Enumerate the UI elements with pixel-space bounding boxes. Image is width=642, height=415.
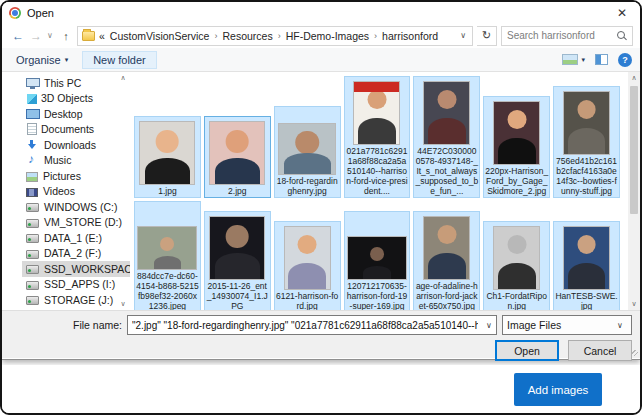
cancel-button[interactable]: Cancel: [568, 340, 632, 361]
file-name-text: 44E72C0300000578-4937148-_It_s_not_alway…: [415, 146, 478, 196]
open-file-dialog: Open ✕ ← → ∨ ↑ « CustomVisionService › R…: [2, 2, 640, 360]
file-name-text: 2015-11-26_ent_14930074_I1.JPG: [206, 281, 269, 310]
sidebar-item-storage-j-[interactable]: STORAGE (J:): [22, 292, 130, 308]
file-item[interactable]: age-of-adaline-harrison-ford-jacket-650x…: [413, 211, 480, 310]
sidebar-item-label: Music: [44, 154, 71, 166]
scroll-up-icon[interactable]: ∧: [631, 72, 636, 84]
file-item[interactable]: 2015-11-26_ent_14930074_I1.JPG: [204, 211, 271, 310]
chevron-down-icon[interactable]: ∨: [482, 321, 496, 330]
sidebar-item-music[interactable]: Music: [22, 153, 130, 169]
scroll-up-icon[interactable]: ∧: [120, 74, 125, 82]
file-name-text: 6121-harrison-ford.jpg: [276, 291, 339, 310]
breadcrumb-item[interactable]: Resources: [222, 30, 272, 42]
breadcrumb-item[interactable]: HF-Demo-Images: [286, 30, 369, 42]
sidebar-item-label: STORAGE (J:): [44, 294, 113, 306]
sidebar-item-label: Documents: [41, 123, 94, 135]
file-name-text: 18-ford-regardinghenry.jpg: [276, 176, 339, 196]
sidebar-item-pictures[interactable]: Pictures: [22, 168, 130, 184]
sidebar-item-windows-c-[interactable]: WINDOWS (C:): [22, 199, 130, 215]
person-body-shape: [428, 253, 466, 280]
scrollbar-thumb[interactable]: [630, 86, 638, 214]
sidebar-item-vm-store-d-[interactable]: VM_STORE (D:): [22, 215, 130, 231]
file-item[interactable]: 220px-Harrison_Ford_by_Gage_Skidmore_2.j…: [483, 96, 550, 198]
sidebar-item-videos[interactable]: Videos: [22, 184, 130, 200]
file-item[interactable]: 1.jpg: [134, 116, 201, 198]
close-icon[interactable]: ✕: [611, 6, 633, 20]
scroll-down-icon[interactable]: ∨: [631, 298, 636, 310]
person-body-shape: [498, 263, 536, 290]
sidebar-item-data-2-f-[interactable]: DATA_2 (F:): [22, 246, 130, 262]
sidebar-item-documents[interactable]: Documents: [22, 122, 130, 138]
person-head-shape: [577, 100, 596, 119]
recent-locations-chevron-icon[interactable]: ∨: [47, 31, 55, 40]
help-icon[interactable]: ?: [618, 53, 632, 67]
add-images-button[interactable]: Add images: [514, 373, 602, 406]
address-bar[interactable]: « CustomVisionService › Resources › HF-D…: [77, 26, 473, 46]
refresh-icon[interactable]: ↻: [477, 26, 497, 46]
person-body-shape: [284, 153, 331, 175]
scroll-down-icon[interactable]: ∨: [120, 300, 125, 308]
drive-icon: [26, 265, 39, 274]
file-name-input[interactable]: [128, 320, 482, 331]
sidebar-item-label: This PC: [44, 77, 81, 89]
sidebar-item-label: DATA_1 (E:): [44, 232, 102, 244]
sidebar-item-data-1-e-[interactable]: DATA_1 (E:): [22, 230, 130, 246]
file-type-select[interactable]: Image Files ∨: [502, 315, 632, 335]
search-icon[interactable]: [617, 31, 627, 41]
photo-thumbnail: [493, 101, 540, 165]
file-item[interactable]: 884dcc7e-dc60-4154-b868-5215fb98ef32-206…: [134, 201, 201, 310]
sidebar-item-ssd-apps-i-[interactable]: SSD_APPS (I:): [22, 277, 130, 293]
thumbnail-area: [209, 214, 265, 280]
pc-icon: [26, 77, 39, 89]
sidebar-item-desktop[interactable]: Desktop: [22, 106, 130, 122]
drive-icon: [26, 296, 39, 305]
file-item[interactable]: 120712170635-harrison-ford-19-super-169.…: [344, 211, 411, 310]
sidebar-scrollbar[interactable]: ∧ ∨: [118, 74, 128, 308]
resize-grip[interactable]: [632, 350, 638, 356]
search-input[interactable]: [507, 30, 613, 41]
breadcrumb-item[interactable]: CustomVisionService: [110, 30, 210, 42]
sidebar-item-this-pc[interactable]: This PC: [22, 75, 130, 91]
file-type-value: Image Files: [507, 319, 561, 331]
new-folder-button[interactable]: New folder: [82, 51, 157, 69]
back-icon[interactable]: ←: [11, 29, 25, 43]
pic-icon: [26, 172, 38, 182]
file-item[interactable]: 2.jpg: [204, 116, 271, 198]
up-icon[interactable]: ↑: [59, 30, 73, 42]
breadcrumb-item[interactable]: harrisonford: [382, 30, 438, 42]
sidebar-item-3d-objects[interactable]: 3D Objects: [22, 91, 130, 107]
file-item[interactable]: 756ed41b2c161b2cfacf4163a0e14f3c--bowtie…: [553, 86, 620, 198]
photo-thumbnail: [563, 91, 610, 155]
sidebar-item-label: VM_STORE (D:): [44, 216, 122, 228]
organise-button[interactable]: Organise ▾: [10, 52, 74, 68]
preview-pane-icon[interactable]: [595, 54, 608, 65]
drive-icon: [26, 281, 39, 290]
photo-thumbnail: [284, 226, 331, 290]
chevron-down-icon: ▾: [581, 56, 585, 64]
photo-thumbnail: [209, 121, 265, 185]
forward-icon: →: [29, 29, 43, 43]
file-name-label: File name:: [73, 319, 122, 331]
window-title: Open: [27, 7, 54, 19]
thumbnails-view-icon: [562, 54, 578, 65]
view-mode-button[interactable]: ▾: [562, 54, 585, 65]
file-item[interactable]: 18-ford-regardinghenry.jpg: [274, 106, 341, 198]
file-name-text: HanTESB-SWE.jpg: [555, 291, 618, 310]
thumbnail-area: [139, 119, 195, 185]
cube-icon: [27, 94, 37, 104]
navigation-pane: This PC 3D Objects Desktop Documents Dow…: [2, 72, 130, 310]
file-item[interactable]: 6121-harrison-ford.jpg: [274, 221, 341, 310]
file-item[interactable]: HanTESB-SWE.jpg: [553, 221, 620, 310]
breadcrumb-overflow[interactable]: «: [99, 30, 105, 42]
sidebar-item-label: Desktop: [44, 108, 83, 120]
file-list-scrollbar[interactable]: ∧ ∨: [628, 72, 640, 310]
open-button[interactable]: Open: [495, 340, 559, 361]
thumbnail-area: [137, 204, 197, 270]
file-item[interactable]: 021a7781c62911a68f88ca2a5a510140--harris…: [344, 76, 411, 198]
sidebar-item-downloads[interactable]: Downloads: [22, 137, 130, 153]
sidebar-item-ssd-workspac[interactable]: SSD_WORKSPAC: [22, 261, 130, 277]
file-item[interactable]: Ch1-FordatRipon.jpg: [483, 221, 550, 310]
address-dropdown-icon[interactable]: ∨: [458, 31, 468, 40]
person-body-shape: [568, 263, 606, 290]
file-item[interactable]: 44E72C0300000578-4937148-_It_s_not_alway…: [413, 76, 480, 198]
